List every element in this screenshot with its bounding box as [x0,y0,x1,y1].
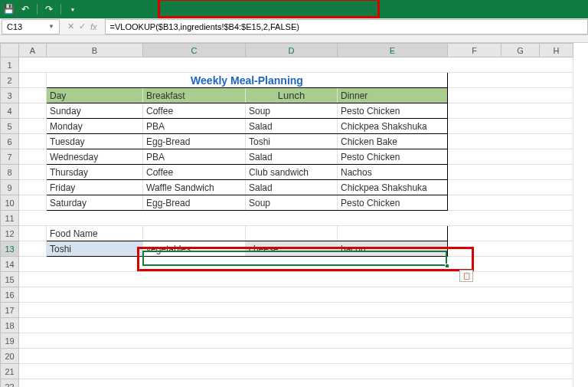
select-all-corner[interactable] [1,44,19,57]
cell[interactable] [19,349,573,364]
spreadsheet-grid[interactable]: A B C D E F G H 1 2 Weekly Meal-Planning… [0,43,588,387]
fill-handle[interactable] [445,264,449,268]
cell-breakfast[interactable]: Egg-Bread [143,134,246,149]
cell[interactable] [448,119,573,134]
lookup-c[interactable]: vegetables [143,241,246,257]
fx-icon[interactable]: fx [90,22,97,31]
paste-options-icon[interactable]: 📋 [459,270,473,282]
lookup-e[interactable]: bacon [338,241,448,257]
row-header[interactable]: 1 [1,57,19,73]
cell-dinner[interactable]: Pesto Chicken [338,149,448,165]
row-header[interactable]: 20 [1,349,19,364]
cell-day[interactable]: Tuesday [47,134,143,149]
cell-breakfast[interactable]: PBA [143,149,246,165]
save-icon[interactable]: 💾 [3,4,14,15]
cell-breakfast[interactable]: Egg-Bread [143,195,246,211]
cell-day[interactable]: Wednesday [47,149,143,165]
cell-dinner[interactable]: Nachos [338,165,448,180]
chevron-down-icon[interactable]: ▼ [48,23,54,30]
cell[interactable] [246,226,338,241]
row-header[interactable]: 12 [1,226,19,241]
foodname-label[interactable]: Food Name [47,226,143,241]
cell-lunch[interactable]: Toshi [246,134,338,149]
cell-dinner[interactable]: Chickpea Shakshuka [338,119,448,134]
cell-lunch[interactable]: Salad [246,119,338,134]
cell[interactable] [19,257,573,272]
cell-dinner[interactable]: Pesto Chicken [338,195,448,211]
undo-icon[interactable]: ↶ [20,4,31,15]
redo-icon[interactable]: ↷ [44,4,54,15]
cell-lunch[interactable]: Salad [246,180,338,195]
cell-breakfast[interactable]: PBA [143,119,246,134]
col-header[interactable]: D [246,44,338,57]
cell[interactable] [19,195,47,211]
title-cell[interactable]: Weekly Meal-Planning [47,73,448,88]
row-header[interactable]: 6 [1,134,19,149]
cell[interactable] [19,149,47,165]
column-headers[interactable]: A B C D E F G H [1,44,573,57]
cell[interactable] [19,379,573,388]
row-header[interactable]: 16 [1,287,19,303]
lookup-name[interactable]: Toshi [47,241,143,257]
cell-day[interactable]: Saturday [47,195,143,211]
col-header[interactable]: F [448,44,501,57]
cell[interactable] [19,180,47,195]
cell[interactable] [448,149,573,165]
cell[interactable] [19,333,573,349]
cell[interactable] [19,88,47,103]
col-header[interactable]: B [47,44,143,57]
cell-lunch[interactable]: Club sandwich [246,165,338,180]
row-header[interactable]: 17 [1,303,19,318]
cell-lunch[interactable]: Soup [246,195,338,211]
cell[interactable] [19,287,573,303]
row-header[interactable]: 21 [1,364,19,379]
col-header[interactable]: H [540,44,573,57]
cell[interactable] [448,180,573,195]
row-header[interactable]: 19 [1,333,19,349]
cell-day[interactable]: Sunday [47,103,143,119]
cell-day[interactable]: Thursday [47,165,143,180]
row-header[interactable]: 18 [1,318,19,333]
cell[interactable] [19,318,573,333]
cell[interactable] [19,103,47,119]
row-header[interactable]: 13 [1,241,19,257]
enter-icon[interactable]: ✓ [79,21,86,31]
cell[interactable] [19,364,573,379]
cell[interactable] [19,73,47,88]
cell-lunch[interactable]: Soup [246,103,338,119]
cell-dinner[interactable]: Pesto Chicken [338,103,448,119]
row-header[interactable]: 22 [1,379,19,388]
col-header[interactable]: A [19,44,47,57]
row-header[interactable]: 9 [1,180,19,195]
cell[interactable] [448,165,573,180]
col-header[interactable]: E [338,44,448,57]
row-header[interactable]: 2 [1,73,19,88]
row-header[interactable]: 14 [1,257,19,272]
lookup-d[interactable]: cheese [246,241,338,257]
cell[interactable] [19,165,47,180]
col-header[interactable]: G [501,44,540,57]
cell[interactable] [19,119,47,134]
cell[interactable] [448,88,573,103]
row-header[interactable]: 15 [1,272,19,287]
header-breakfast[interactable]: Breakfast [143,88,246,103]
row-header[interactable]: 4 [1,103,19,119]
cell-dinner[interactable]: Chicken Bake [338,134,448,149]
cell[interactable] [19,303,573,318]
qat-customize-icon[interactable]: ▾ [67,4,78,15]
name-box[interactable]: C13 ▼ [2,19,60,34]
cell[interactable] [448,241,573,257]
col-header[interactable]: C [143,44,246,57]
header-lunch[interactable]: Lunch [246,88,338,103]
cell[interactable] [19,226,47,241]
cell-dinner[interactable]: Chickpea Shakshuka [338,180,448,195]
cell[interactable] [19,241,47,257]
cancel-icon[interactable]: ✕ [67,21,74,31]
cell-day[interactable]: Friday [47,180,143,195]
header-day[interactable]: Day [47,88,143,103]
row-header[interactable]: 11 [1,211,19,226]
cell[interactable] [448,226,573,241]
cell-breakfast[interactable]: Waffle Sandwich [143,180,246,195]
cell[interactable] [19,134,47,149]
row-header[interactable]: 5 [1,119,19,134]
